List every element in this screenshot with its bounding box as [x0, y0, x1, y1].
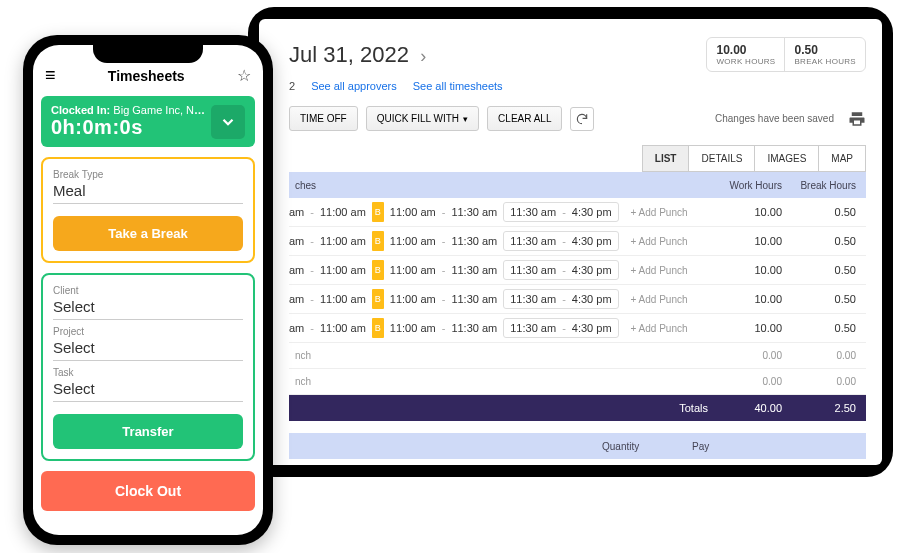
punch-end: 11:00 am	[320, 206, 366, 218]
break-type-select[interactable]: Meal	[53, 180, 243, 204]
clock-out-button[interactable]: Clock Out	[41, 471, 255, 511]
row-break-hours: 0.50	[792, 235, 866, 247]
add-punch-link[interactable]: + Add Punch	[631, 236, 688, 247]
quick-fill-button[interactable]: QUICK FILL WITH	[366, 106, 479, 131]
totals-row: Totals 40.00 2.50	[289, 395, 866, 421]
break-marker-icon: B	[372, 289, 384, 309]
transfer-card: Client Select Project Select Task Select…	[41, 273, 255, 461]
punch-end: 11:00 am	[320, 235, 366, 247]
tablet-header: Jul 31, 2022 › 10.00 WORK HOURS 0.50 BRE…	[259, 19, 882, 80]
refresh-button[interactable]	[570, 107, 594, 131]
row-work-hours: 10.00	[718, 235, 792, 247]
table-row: nch 0.00 0.00	[289, 369, 866, 395]
punch-start: am	[289, 206, 304, 218]
see-timesheets-link[interactable]: See all timesheets	[413, 80, 503, 92]
break-start: 11:00 am	[390, 206, 436, 218]
table-row: am - 11:00 am B 11:00 am - 11:30 am 11:3…	[289, 256, 866, 285]
star-icon[interactable]: ☆	[237, 66, 251, 85]
secondary-section-head: Quantity Pay	[289, 433, 866, 459]
mini-label: nch	[289, 376, 718, 387]
page-title: Timesheets	[56, 68, 237, 84]
col-quantity: Quantity	[596, 441, 686, 452]
break-start: 11:00 am	[390, 235, 436, 247]
punch-start: am	[289, 293, 304, 305]
tab-images[interactable]: IMAGES	[755, 145, 819, 172]
table-row: am - 11:00 am B 11:00 am - 11:30 am 11:3…	[289, 285, 866, 314]
break-marker-icon: B	[372, 318, 384, 338]
punch-start: am	[289, 264, 304, 276]
summary-stats: 10.00 WORK HOURS 0.50 BREAK HOURS	[706, 37, 866, 72]
break-marker-icon: B	[372, 202, 384, 222]
tab-details[interactable]: DETAILS	[689, 145, 755, 172]
punch-box[interactable]: 11:30 am-4:30 pm	[503, 318, 618, 338]
expand-button[interactable]	[211, 105, 245, 139]
timer: 0h:0m:0s	[51, 116, 211, 139]
col-punches: ches	[289, 180, 718, 191]
break-end: 11:30 am	[451, 264, 497, 276]
add-punch-link[interactable]: + Add Punch	[631, 323, 688, 334]
punch-box[interactable]: 11:30 am-4:30 pm	[503, 260, 618, 280]
task-label: Task	[53, 367, 243, 378]
refresh-icon	[575, 112, 589, 126]
tab-map[interactable]: MAP	[819, 145, 866, 172]
break-end: 11:30 am	[451, 235, 497, 247]
break-start: 11:00 am	[390, 322, 436, 334]
see-approvers-link[interactable]: See all approvers	[311, 80, 397, 92]
break-type-label: Break Type	[53, 169, 243, 180]
punch-end: 11:00 am	[320, 293, 366, 305]
break-end: 11:30 am	[451, 293, 497, 305]
chevron-right-icon[interactable]: ›	[420, 46, 426, 66]
clock-card: Clocked In: Big Game Inc, New … 0h:0m:0s	[41, 96, 255, 147]
task-select[interactable]: Select	[53, 378, 243, 402]
break-start: 11:00 am	[390, 293, 436, 305]
punch-box[interactable]: 11:30 am-4:30 pm	[503, 202, 618, 222]
add-punch-link[interactable]: + Add Punch	[631, 265, 688, 276]
row-break-hours: 0.50	[792, 206, 866, 218]
phone-notch	[93, 43, 203, 63]
break-marker-icon: B	[372, 260, 384, 280]
add-punch-link[interactable]: + Add Punch	[631, 207, 688, 218]
project-label: Project	[53, 326, 243, 337]
table-row: am - 11:00 am B 11:00 am - 11:30 am 11:3…	[289, 314, 866, 343]
col-break-hours: Break Hours	[792, 180, 866, 191]
project-select[interactable]: Select	[53, 337, 243, 361]
break-end: 11:30 am	[451, 322, 497, 334]
tab-list[interactable]: LIST	[642, 145, 690, 172]
break-start: 11:00 am	[390, 264, 436, 276]
row-break-hours: 0.50	[792, 322, 866, 334]
col-work-hours: Work Hours	[718, 180, 792, 191]
punches-grid: ches Work Hours Break Hours am - 11:00 a…	[289, 172, 866, 459]
punch-box[interactable]: 11:30 am-4:30 pm	[503, 289, 618, 309]
header-links: 2 See all approvers See all timesheets	[259, 80, 882, 102]
punch-end: 11:00 am	[320, 322, 366, 334]
saved-message: Changes have been saved	[715, 113, 834, 124]
clear-all-button[interactable]: CLEAR ALL	[487, 106, 562, 131]
punch-start: am	[289, 322, 304, 334]
break-card: Break Type Meal Take a Break	[41, 157, 255, 263]
grid-header: ches Work Hours Break Hours	[289, 172, 866, 198]
table-row: am - 11:00 am B 11:00 am - 11:30 am 11:3…	[289, 227, 866, 256]
break-marker-icon: B	[372, 231, 384, 251]
row-work-hours: 10.00	[718, 322, 792, 334]
punch-box[interactable]: 11:30 am-4:30 pm	[503, 231, 618, 251]
tablet-device: Jul 31, 2022 › 10.00 WORK HOURS 0.50 BRE…	[248, 7, 893, 477]
hamburger-icon[interactable]: ≡	[45, 65, 56, 86]
time-off-button[interactable]: TIME OFF	[289, 106, 358, 131]
take-break-button[interactable]: Take a Break	[53, 216, 243, 251]
toolbar: TIME OFF QUICK FILL WITH CLEAR ALL Chang…	[259, 102, 882, 141]
table-row: am - 11:00 am B 11:00 am - 11:30 am 11:3…	[289, 198, 866, 227]
tablet-screen: Jul 31, 2022 › 10.00 WORK HOURS 0.50 BRE…	[259, 19, 882, 465]
break-end: 11:30 am	[451, 206, 497, 218]
row-break-hours: 0.50	[792, 293, 866, 305]
punch-end: 11:00 am	[320, 264, 366, 276]
row-break-hours: 0.50	[792, 264, 866, 276]
row-work-hours: 10.00	[718, 293, 792, 305]
add-punch-link[interactable]: + Add Punch	[631, 294, 688, 305]
stat-work-hours: 10.00 WORK HOURS	[707, 38, 784, 71]
row-work-hours: 10.00	[718, 264, 792, 276]
clocked-in-line: Clocked In: Big Game Inc, New …	[51, 104, 211, 116]
row-work-hours: 10.00	[718, 206, 792, 218]
client-select[interactable]: Select	[53, 296, 243, 320]
print-icon[interactable]	[848, 110, 866, 128]
transfer-button[interactable]: Transfer	[53, 414, 243, 449]
